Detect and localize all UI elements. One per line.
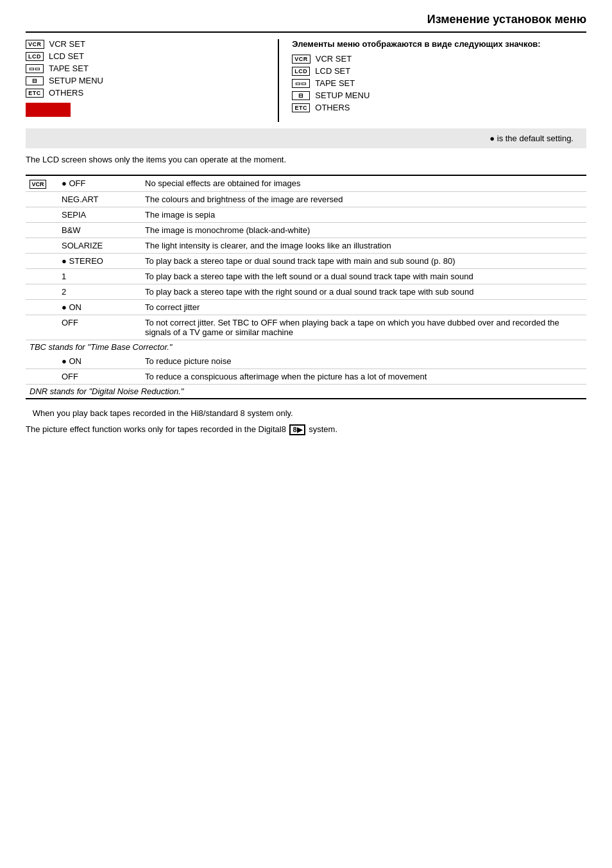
digital8-icon: 8▶: [289, 424, 305, 435]
right-menu-item-5-label: OTHERS: [315, 103, 350, 112]
empty-icon-cell: [26, 300, 58, 315]
vcr-badge-left-1: VCR: [26, 40, 44, 49]
table-row: ● ON To reduce picture noise: [26, 354, 586, 369]
table-row: OFF To not correct jitter. Set TBC to OF…: [26, 315, 586, 340]
desc-cell: To reduce picture noise: [141, 354, 586, 369]
desc-cell: To play back a stereo tape with the righ…: [141, 284, 586, 300]
list-item: ⊟ SETUP MENU: [26, 76, 265, 85]
table-row: ● STEREO To play back a stereo tape or d…: [26, 254, 586, 269]
list-item: VCR VCR SET: [26, 39, 265, 49]
empty-icon-cell: [26, 238, 58, 254]
empty-icon-cell: [26, 254, 58, 269]
setting-cell: NEG.ART: [58, 192, 141, 207]
right-col-intro: Элементы меню отображаются в виде следую…: [292, 39, 586, 49]
desc-cell: To not correct jitter. Set TBC to OFF wh…: [141, 315, 586, 340]
list-item: ▭▭ TAPE SET: [26, 64, 265, 73]
two-col-section: VCR VCR SET LCD LCD SET ▭▭ TAPE SET ⊟ SE…: [26, 39, 586, 122]
empty-icon-cell: [26, 284, 58, 300]
default-note-text: ● is the default setting.: [489, 134, 574, 143]
right-menu-list: VCR VCR SET LCD LCD SET ▭▭ TAPE SET ⊟ SE…: [292, 54, 586, 112]
empty-icon-cell: [26, 369, 58, 385]
list-item: ETC OTHERS: [26, 88, 265, 98]
left-menu-item-5-label: OTHERS: [49, 88, 83, 98]
list-item: VCR VCR SET: [292, 54, 586, 64]
table-row: 2 To play back a stereo tape with the ri…: [26, 284, 586, 300]
setting-cell: ● ON: [58, 354, 141, 369]
footnote-2: The picture effect function works only f…: [26, 424, 586, 435]
bullet-default: ●: [62, 356, 67, 366]
tape-badge-right-3: ▭▭: [292, 79, 310, 88]
vcr-badge-right-1: VCR: [292, 55, 310, 64]
table-row: 1 To play back a stereo tape with the le…: [26, 269, 586, 284]
table-row: OFF To reduce a conspicuous afterimage w…: [26, 369, 586, 385]
right-menu-item-4-label: SETUP MENU: [315, 91, 370, 100]
table-row-dnr-note: DNR stands for "Digital Noise Reduction.…: [26, 385, 586, 399]
left-menu-item-1-label: VCR SET: [49, 39, 85, 49]
empty-icon-cell: [26, 192, 58, 207]
top-divider: [26, 31, 586, 33]
empty-icon-cell: [26, 269, 58, 284]
desc-cell: The image is monochrome (black-and-white…: [141, 223, 586, 238]
desc-cell: The colours and brightness of the image …: [141, 192, 586, 207]
page-header: Изменение установок меню: [26, 13, 586, 26]
desc-cell: To play back a stereo tape or dual sound…: [141, 254, 586, 269]
lcd-note: The LCD screen shows only the items you …: [26, 155, 586, 164]
setting-cell: ● STEREO: [58, 254, 141, 269]
desc-cell: The light intensity is clearer, and the …: [141, 238, 586, 254]
list-item: ETC OTHERS: [292, 103, 586, 112]
lcd-badge-left-2: LCD: [26, 52, 44, 61]
bullet-default: ●: [62, 256, 67, 266]
vcr-icon-cell: VCR: [26, 175, 58, 192]
left-menu-list: VCR VCR SET LCD LCD SET ▭▭ TAPE SET ⊟ SE…: [26, 39, 265, 98]
empty-icon-cell: [26, 207, 58, 223]
settings-table: VCR ● OFF No special effects are obtaine…: [26, 175, 586, 399]
setting-cell: ● ON: [58, 300, 141, 315]
table-row: SEPIA The image is sepia: [26, 207, 586, 223]
desc-cell: To play back a stereo tape with the left…: [141, 269, 586, 284]
setup-badge-right-4: ⊟: [292, 91, 310, 100]
red-bar: [26, 103, 71, 117]
etc-badge-right-5: ETC: [292, 103, 310, 112]
setting-cell: B&W: [58, 223, 141, 238]
table-row: SOLARIZE The light intensity is clearer,…: [26, 238, 586, 254]
setting-cell: 2: [58, 284, 141, 300]
bullet-default: ●: [62, 302, 67, 312]
setting-cell: ● OFF: [58, 175, 141, 192]
empty-icon-cell: [26, 223, 58, 238]
bullet-default: ●: [62, 178, 67, 188]
footnote-section: When you play back tapes recorded in the…: [26, 408, 586, 435]
left-menu-item-3-label: TAPE SET: [49, 64, 89, 73]
right-menu-item-3-label: TAPE SET: [315, 78, 355, 88]
vcr-icon: VCR: [30, 180, 46, 189]
left-menu-item-2-label: LCD SET: [49, 51, 84, 61]
left-menu-list-container: VCR VCR SET LCD LCD SET ▭▭ TAPE SET ⊟ SE…: [26, 39, 278, 122]
table-row: B&W The image is monochrome (black-and-w…: [26, 223, 586, 238]
setting-cell: SEPIA: [58, 207, 141, 223]
desc-cell: No special effects are obtained for imag…: [141, 175, 586, 192]
list-item: ▭▭ TAPE SET: [292, 78, 586, 88]
right-menu-item-2-label: LCD SET: [315, 66, 350, 76]
list-item: ⊟ SETUP MENU: [292, 91, 586, 100]
dnr-note-cell: DNR stands for "Digital Noise Reduction.…: [26, 385, 586, 399]
left-menu-item-4-label: SETUP MENU: [49, 76, 103, 85]
desc-cell: The image is sepia: [141, 207, 586, 223]
tbc-note-cell: TBC stands for "Time Base Corrector.": [26, 340, 586, 354]
footnote-1: When you play back tapes recorded in the…: [26, 408, 586, 418]
lcd-badge-right-2: LCD: [292, 67, 310, 76]
empty-icon-cell: [26, 354, 58, 369]
table-row: ● ON To correct jitter: [26, 300, 586, 315]
right-menu-section: Элементы меню отображаются в виде следую…: [278, 39, 586, 122]
empty-icon-cell: [26, 315, 58, 340]
setup-badge-left-4: ⊟: [26, 76, 44, 85]
right-menu-item-1-label: VCR SET: [316, 54, 352, 64]
table-row: NEG.ART The colours and brightness of th…: [26, 192, 586, 207]
etc-badge-left-5: ETC: [26, 89, 44, 98]
setting-cell: OFF: [58, 369, 141, 385]
tape-badge-left-3: ▭▭: [26, 64, 44, 73]
default-note-bar: ● is the default setting.: [26, 128, 586, 148]
desc-cell: To correct jitter: [141, 300, 586, 315]
table-row-tbc-note: TBC stands for "Time Base Corrector.": [26, 340, 586, 354]
setting-cell: OFF: [58, 315, 141, 340]
setting-cell: 1: [58, 269, 141, 284]
table-row: VCR ● OFF No special effects are obtaine…: [26, 175, 586, 192]
